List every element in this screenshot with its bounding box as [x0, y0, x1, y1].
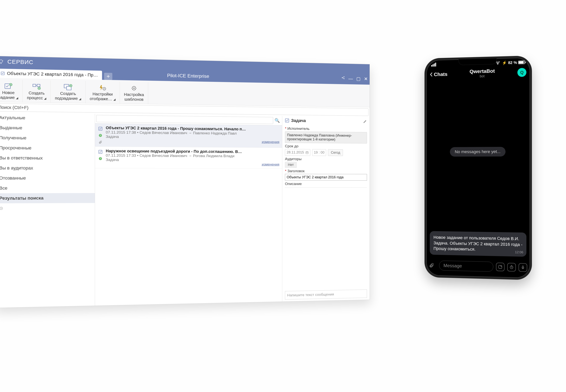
new-task-button[interactable]: Новоезадание ◢	[0, 79, 23, 102]
svg-point-2	[344, 76, 345, 77]
create-process-label-2: процесс	[27, 95, 43, 100]
auditors-value[interactable]: Нет	[285, 162, 297, 168]
new-task-label-2: задание	[0, 95, 15, 100]
gear-icon	[130, 84, 138, 92]
task-icon	[285, 118, 289, 123]
svg-rect-23	[306, 152, 308, 154]
attach-icon[interactable]	[429, 263, 436, 268]
app-title: Pilot-ICE Enterprise	[167, 73, 209, 79]
gear-icon	[0, 206, 4, 210]
edit-icon[interactable]	[363, 120, 367, 123]
create-process-label-1: Создать	[29, 91, 45, 95]
task-list-search[interactable]	[96, 115, 273, 124]
sticker-icon[interactable]	[496, 263, 505, 271]
new-task-label-1: Новое	[2, 90, 15, 95]
details-header: Задача	[291, 118, 306, 123]
deadline-date-value: 28.11.2015	[287, 150, 304, 154]
desktop-window: СЕРВИС Объекты УГЭС 2 квартал 2016 года …	[0, 56, 370, 308]
svg-point-15	[133, 87, 134, 89]
templates-label-1: Настройка	[124, 92, 144, 97]
lightning-gear-icon	[98, 84, 107, 92]
back-label: Chats	[434, 71, 448, 78]
today-button[interactable]: Сегод	[328, 149, 343, 156]
display-settings-label-2: отображе…	[90, 96, 112, 101]
task-row[interactable]: Объекты УГЭС 2 квартал 2016 года - Прошу…	[95, 124, 282, 148]
battery-percent: 82 %	[508, 60, 517, 65]
incoming-message-bubble[interactable]: Новое задание от пользователя Седов В.И.…	[430, 231, 526, 257]
search-icon[interactable]: 🔍	[273, 118, 281, 123]
task-row[interactable]: Наружное освещение подъездной дороги - П…	[95, 147, 282, 169]
phone-notch	[458, 58, 497, 65]
nav-recalled[interactable]: Отозванные	[0, 173, 95, 183]
nav-auditor[interactable]: Вы в аудиторах	[0, 163, 95, 173]
nav-received[interactable]: Полученные	[0, 133, 95, 143]
message-time: 12:06	[515, 250, 523, 255]
task-list-panel: 🔍 Объекты УГЭС 2 квартал 2016 года - Про…	[95, 114, 282, 306]
svg-point-3	[344, 78, 345, 79]
back-button[interactable]: Chats	[430, 71, 448, 78]
svg-rect-6	[33, 84, 36, 86]
close-button[interactable]: ✕	[364, 76, 368, 82]
templates-label-2: шаблонов	[125, 97, 144, 101]
battery-icon	[518, 60, 525, 64]
description-label: Описание	[285, 182, 367, 186]
nav-all[interactable]: Все	[0, 183, 95, 193]
new-tab-button[interactable]: +	[104, 73, 113, 80]
task-check-icon	[98, 126, 103, 131]
maximize-button[interactable]: ▢	[356, 76, 361, 82]
task-changes-link[interactable]: изменения	[106, 162, 279, 167]
svg-point-17	[1, 208, 1, 209]
task-check-icon	[98, 150, 103, 154]
phone-mockup: ⚡ 82 % Chats QwertaBot bot Q No messages…	[424, 56, 532, 280]
svg-rect-24	[499, 265, 502, 268]
mic-icon[interactable]	[519, 263, 527, 272]
document-tab-label: Объекты УГЭС 2 квартал 2016 года - Пр…	[7, 71, 98, 78]
search-placeholder: Поиск (Ctrl+F)	[0, 105, 29, 110]
minimize-button[interactable]: —	[348, 76, 353, 82]
message-input[interactable]: Напишите текст сообщения	[285, 289, 367, 299]
chat-header: Chats QwertaBot bot Q	[426, 65, 530, 82]
title-field-label: Заголовок	[285, 169, 367, 173]
deadline-time-input[interactable]: 19 : 00	[312, 149, 326, 156]
nav-settings-gear[interactable]	[0, 203, 95, 213]
nav-actual[interactable]: Актуальные	[0, 112, 95, 124]
create-process-icon	[32, 82, 41, 90]
message-input[interactable]: Message	[439, 261, 493, 272]
empty-state-pill: No messages here yet...	[450, 147, 506, 157]
create-subtask-icon	[64, 83, 73, 91]
display-settings-button[interactable]: Настройкиотображе… ◢	[86, 81, 120, 103]
chat-input-bar: Message	[429, 260, 527, 273]
task-meta: 07.11.2015 17:33 • Седов Вячеслав Иванов…	[106, 153, 279, 158]
menu-service[interactable]: СЕРВИС	[7, 59, 33, 66]
svg-rect-26	[522, 266, 523, 268]
create-subtask-button[interactable]: Создатьподзадание ◢	[51, 81, 86, 103]
chevron-left-icon	[430, 72, 433, 77]
executor-value[interactable]: Павленко Надежда Павловна (Инженер-проек…	[285, 131, 367, 143]
create-process-button[interactable]: Создатьпроцесс ◢	[23, 80, 51, 103]
auditors-label: Аудиторы	[285, 157, 367, 161]
title-input[interactable]: Объекты УГЭС 2 квартал 2016 года	[285, 174, 367, 181]
nav-search-results[interactable]: Результаты поиска	[0, 193, 95, 203]
nav-overdue[interactable]: Просроченные	[0, 143, 95, 153]
display-settings-label-1: Настройки	[92, 92, 113, 96]
deadline-date-input[interactable]: 28.11.2015	[285, 149, 310, 156]
message-text: Новое задание от пользователя Седов В.И.…	[434, 235, 522, 252]
calendar-icon	[305, 151, 308, 154]
share-icon[interactable]	[341, 76, 345, 81]
document-tab[interactable]: Объекты УГЭС 2 квартал 2016 года - Пр…	[0, 69, 102, 80]
nav-responsible[interactable]: Вы в ответственных	[0, 153, 95, 163]
checkbox-icon	[0, 71, 5, 75]
templates-settings-button[interactable]: Настройкашаблонов	[120, 82, 148, 104]
nav-issued[interactable]: Выданные	[0, 123, 95, 134]
create-subtask-label-2: подзадание	[55, 96, 78, 100]
executor-label: Исполнитель	[285, 126, 367, 131]
svg-point-1	[342, 77, 343, 78]
task-details-panel: Задача Исполнитель Павленко Надежда Павл…	[282, 116, 370, 302]
timer-icon[interactable]	[507, 263, 516, 271]
task-clock-icon	[98, 133, 103, 138]
battery-charging-icon: ⚡	[502, 60, 507, 65]
create-subtask-label-1: Создать	[60, 91, 76, 96]
task-type: Задача	[106, 158, 279, 163]
chat-avatar[interactable]: Q	[517, 68, 526, 77]
attachment-icon	[98, 140, 103, 144]
